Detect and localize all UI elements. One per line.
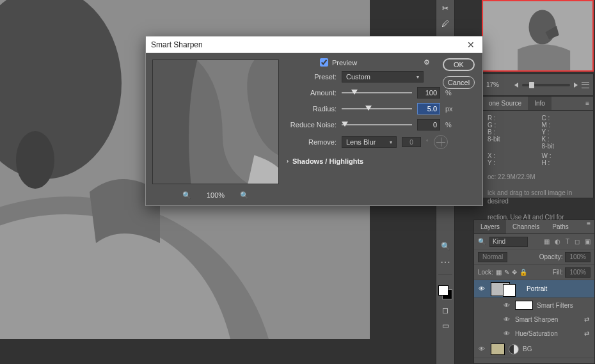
svg-point-2 xyxy=(16,131,54,189)
preview-checkbox-input[interactable] xyxy=(320,58,328,67)
shadows-highlights-section[interactable]: › Shadows / Highlights xyxy=(287,157,475,165)
navigator-zoom-value: 17% xyxy=(486,81,511,88)
search-icon[interactable]: 🔍 xyxy=(478,238,486,245)
tab-channels[interactable]: Channels xyxy=(506,220,546,233)
smart-filters-header[interactable]: 👁 Smart Filters xyxy=(474,298,594,312)
filter-mask-thumbnail[interactable] xyxy=(515,301,533,310)
lock-pixels-icon[interactable]: ✎ xyxy=(504,269,509,276)
info-g-label: G : xyxy=(488,122,534,129)
svg-point-4 xyxy=(529,10,556,45)
navigator-zoom-thumb[interactable] xyxy=(529,82,534,88)
lock-all-icon[interactable]: 🔒 xyxy=(520,269,527,276)
zoom-out-button[interactable] xyxy=(514,83,518,88)
preset-dropdown[interactable]: Custom ▾ xyxy=(342,71,424,83)
radius-label: Radius: xyxy=(287,105,337,113)
crop-tool-icon[interactable]: ✂ xyxy=(438,3,453,14)
navigator-menu-icon[interactable] xyxy=(582,82,589,88)
dialog-titlebar[interactable]: Smart Sharpen ✕ xyxy=(146,36,482,53)
layer-row-bg[interactable]: 👁 BG xyxy=(474,340,594,358)
close-icon[interactable]: ✕ xyxy=(464,40,477,50)
visibility-toggle-icon[interactable]: 👁 xyxy=(477,285,487,292)
visibility-toggle-icon[interactable]: 👁 xyxy=(477,345,487,352)
info-x-label: X : xyxy=(488,152,534,159)
tab-clone-source[interactable]: one Source xyxy=(482,97,528,110)
smart-sharpen-dialog: Smart Sharpen ✕ 🔍 100% 🔍 OK Cancel xyxy=(145,36,483,206)
filter-smart-icon[interactable]: ▣ xyxy=(585,238,591,245)
dialog-title: Smart Sharpen xyxy=(151,40,203,49)
radius-slider-thumb[interactable] xyxy=(365,106,372,111)
radius-slider[interactable] xyxy=(342,106,412,112)
visibility-toggle-icon[interactable]: 👁 xyxy=(502,330,511,337)
noise-input[interactable] xyxy=(417,119,440,131)
info-b-label: B : xyxy=(488,129,534,136)
lock-position-icon[interactable]: ✥ xyxy=(512,269,517,276)
noise-slider-thumb[interactable] xyxy=(342,122,348,127)
preview-zoom-in-icon[interactable]: 🔍 xyxy=(240,191,249,200)
layer-name[interactable]: Portrait xyxy=(527,285,547,292)
preview-zoom-out-icon[interactable]: 🔍 xyxy=(182,191,191,200)
layers-panel-menu-icon[interactable]: ≡ xyxy=(583,220,594,233)
noise-unit: % xyxy=(445,121,457,129)
info-hint-line1: ick and drag to scroll image in desired xyxy=(482,186,593,210)
amount-slider-thumb[interactable] xyxy=(351,90,358,95)
navigator-zoom-bar: 17% xyxy=(482,74,594,96)
filter-edit-icon[interactable]: ⇄ xyxy=(584,316,594,323)
noise-slider[interactable] xyxy=(342,122,412,128)
filter-row-hue-saturation[interactable]: 👁 Hue/Saturation ⇄ xyxy=(474,326,594,340)
info-panel-menu-icon[interactable]: ≡ xyxy=(582,100,593,107)
info-bit1: 8-bit xyxy=(488,136,534,143)
filter-adjust-icon[interactable]: ◐ xyxy=(555,238,560,245)
section-label: Shadows / Highlights xyxy=(292,157,363,165)
amount-slider[interactable] xyxy=(342,90,412,96)
filter-type-icon[interactable]: T xyxy=(566,238,569,245)
amount-input[interactable] xyxy=(417,87,440,99)
tab-paths[interactable]: Paths xyxy=(546,220,575,233)
radius-input[interactable] xyxy=(417,103,440,115)
radius-unit: px xyxy=(445,105,457,113)
layer-thumbnail[interactable] xyxy=(491,282,510,296)
blend-mode-dropdown[interactable]: Normal xyxy=(478,252,507,262)
layer-row-portrait[interactable]: 👁 Portrait xyxy=(474,280,594,298)
info-bit2: 8-bit xyxy=(542,143,589,150)
navigator-zoom-slider[interactable] xyxy=(522,84,570,86)
lock-label: Lock: xyxy=(478,269,493,276)
gear-icon[interactable]: ⚙ xyxy=(424,58,430,67)
layer-filter-kind[interactable] xyxy=(489,237,528,247)
tab-info[interactable]: Info xyxy=(528,97,551,110)
info-c-label: C : xyxy=(542,115,589,122)
screen-mode-icon[interactable]: ▭ xyxy=(438,320,453,331)
tab-layers[interactable]: Layers xyxy=(474,220,506,233)
lock-transparency-icon[interactable]: ▦ xyxy=(496,269,502,276)
zoom-tool-icon[interactable]: 🔍 xyxy=(438,241,453,252)
layer-name[interactable]: BG xyxy=(523,345,532,352)
remove-dropdown[interactable]: Lens Blur ▾ xyxy=(342,136,397,148)
adjustment-icon[interactable] xyxy=(509,344,519,354)
expand-icon[interactable]: ⋯ xyxy=(440,256,450,268)
visibility-toggle-icon[interactable]: 👁 xyxy=(502,316,511,323)
navigator-thumbnail[interactable] xyxy=(482,0,594,72)
filter-row-smart-sharpen[interactable]: 👁 Smart Sharpen ⇄ xyxy=(474,312,594,326)
angle-dial[interactable] xyxy=(434,135,448,149)
color-swatches[interactable] xyxy=(437,284,454,301)
layer-thumbnail[interactable] xyxy=(491,344,505,355)
info-docsize: oc: 22.9M/22.9M xyxy=(482,170,593,186)
dialog-preview-area[interactable] xyxy=(152,59,279,184)
remove-angle-input[interactable]: 0 xyxy=(402,137,421,147)
foreground-color-swatch[interactable] xyxy=(438,285,448,296)
zoom-in-button[interactable] xyxy=(574,83,578,88)
fill-value[interactable]: 100% xyxy=(565,267,591,278)
chevron-down-icon: ▾ xyxy=(416,74,419,80)
degree-symbol: ° xyxy=(426,139,429,145)
preview-checkbox[interactable]: Preview xyxy=(320,58,357,67)
quick-mask-icon[interactable]: ◻ xyxy=(438,305,453,316)
filter-pixel-icon[interactable]: ▦ xyxy=(544,238,550,245)
filter-name: Smart Sharpen xyxy=(515,316,558,323)
filter-shape-icon[interactable]: ◻ xyxy=(575,238,580,245)
opacity-value[interactable]: 100% xyxy=(565,252,591,262)
remove-value: Lens Blur xyxy=(346,138,376,146)
visibility-toggle-icon[interactable]: 👁 xyxy=(502,302,511,309)
filter-edit-icon[interactable]: ⇄ xyxy=(584,330,594,337)
info-panel: one Source Info ≡ R : G : B : 8-bit C : … xyxy=(482,96,594,198)
noise-label: Reduce Noise: xyxy=(287,121,337,129)
eyedropper-icon[interactable]: 🖊 xyxy=(438,18,453,29)
